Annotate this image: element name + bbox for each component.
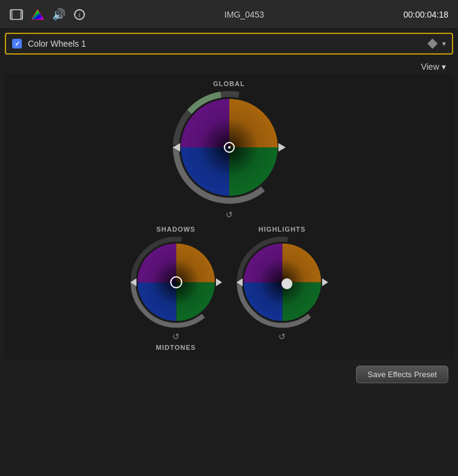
shadows-wheel-section: SHADOWS (129, 226, 223, 354)
global-wheel-section: GLOBAL (172, 80, 287, 220)
shadows-label: SHADOWS (157, 226, 195, 233)
view-row: View ▾ (0, 58, 458, 74)
global-reset-icon[interactable]: ↺ (226, 210, 233, 220)
footer: Save Effects Preset (0, 360, 458, 389)
svg-marker-4 (32, 10, 44, 19)
effect-header-icons: ▾ (429, 39, 446, 48)
speaker-icon[interactable]: 🔊 (52, 8, 66, 21)
highlights-reset-icon[interactable]: ↺ (278, 332, 286, 341)
film-icon[interactable] (10, 9, 23, 20)
midtones-label: MIDTONES (156, 344, 196, 351)
timecode: 00:00:04:18 (403, 10, 448, 19)
global-wheel-container[interactable] (172, 90, 287, 207)
svg-rect-2 (20, 10, 22, 19)
effect-header[interactable]: Color Wheels 1 ▾ (5, 33, 453, 55)
toolbar-icons: 🔊 i (10, 8, 85, 21)
highlights-label: HIGHLIGHTS (258, 226, 306, 233)
svg-point-14 (228, 146, 231, 149)
save-effects-preset-button[interactable]: Save Effects Preset (356, 366, 448, 383)
shadows-reset-icon[interactable]: ↺ (172, 332, 180, 341)
bottom-wheels-row: SHADOWS (11, 226, 447, 354)
shadows-wheel-container[interactable] (129, 235, 223, 329)
info-icon[interactable]: i (74, 9, 85, 20)
highlights-wheel-section: HIGHLIGHTS (235, 226, 329, 341)
svg-marker-12 (278, 143, 286, 152)
effect-expand-chevron[interactable]: ▾ (442, 39, 446, 48)
keyframe-diamond-icon[interactable] (428, 39, 438, 49)
global-label: GLOBAL (213, 80, 244, 87)
color-wheels-panel: GLOBAL (5, 74, 453, 360)
highlights-wheel-container[interactable] (235, 235, 329, 329)
svg-rect-1 (10, 10, 13, 19)
svg-point-17 (137, 244, 215, 321)
clip-title: IMG_0453 (224, 10, 264, 19)
svg-marker-21 (216, 278, 222, 286)
svg-marker-29 (322, 278, 328, 286)
rainbow-icon[interactable] (32, 8, 44, 21)
effect-name: Color Wheels 1 (28, 39, 429, 49)
global-wheel[interactable] (172, 90, 287, 207)
svg-point-30 (281, 278, 292, 289)
effect-enable-checkbox[interactable] (12, 39, 22, 49)
view-button[interactable]: View ▾ (419, 61, 448, 73)
top-bar: 🔊 i IMG_0453 00:00:04:18 (0, 0, 458, 29)
